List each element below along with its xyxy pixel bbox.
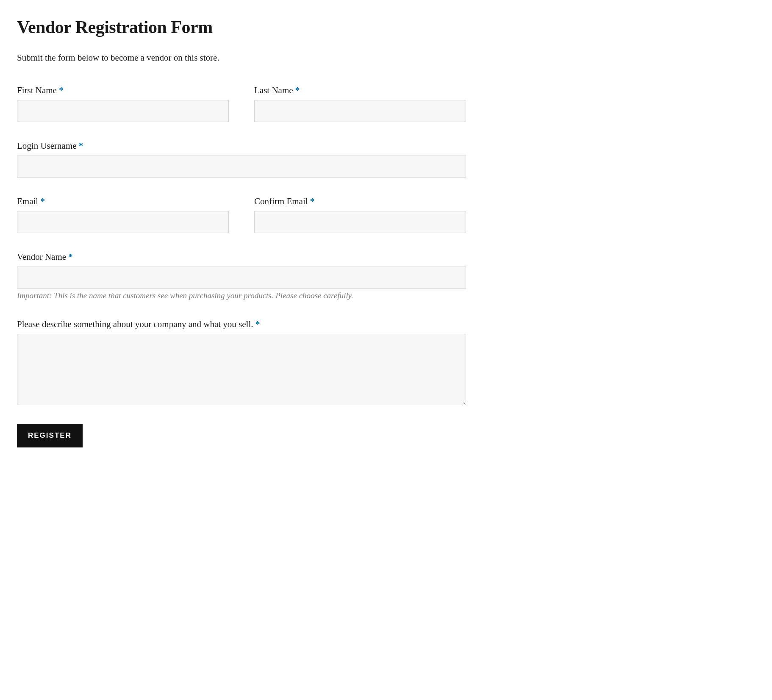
submit-row: REGISTER (17, 424, 466, 447)
label-confirm-email-text: Confirm Email (254, 196, 310, 206)
intro-text: Submit the form below to become a vendor… (17, 53, 466, 63)
label-first-name-text: First Name (17, 85, 59, 95)
vendor-name-helper: Important: This is the name that custome… (17, 291, 466, 300)
row-email: Email * Confirm Email * (17, 196, 466, 233)
label-description: Please describe something about your com… (17, 319, 466, 330)
label-first-name: First Name * (17, 85, 229, 96)
group-login-username: Login Username * (17, 141, 466, 178)
group-confirm-email: Confirm Email * (254, 196, 466, 233)
label-last-name: Last Name * (254, 85, 466, 96)
form-container: Vendor Registration Form Submit the form… (17, 17, 466, 447)
page-title: Vendor Registration Form (17, 17, 466, 37)
confirm-email-input[interactable] (254, 211, 466, 233)
required-mark: * (255, 319, 260, 329)
register-button[interactable]: REGISTER (17, 424, 83, 447)
required-mark: * (40, 196, 45, 206)
required-mark: * (310, 196, 315, 206)
label-login-username-text: Login Username (17, 141, 79, 151)
label-description-text: Please describe something about your com… (17, 319, 255, 329)
last-name-input[interactable] (254, 100, 466, 122)
label-vendor-name: Vendor Name * (17, 252, 466, 262)
group-description: Please describe something about your com… (17, 319, 466, 405)
label-confirm-email: Confirm Email * (254, 196, 466, 207)
label-email: Email * (17, 196, 229, 207)
label-vendor-name-text: Vendor Name (17, 252, 68, 262)
group-last-name: Last Name * (254, 85, 466, 122)
row-description: Please describe something about your com… (17, 319, 466, 405)
first-name-input[interactable] (17, 100, 229, 122)
group-first-name: First Name * (17, 85, 229, 122)
login-username-input[interactable] (17, 156, 466, 178)
required-mark: * (79, 141, 83, 151)
vendor-name-input[interactable] (17, 267, 466, 289)
group-email: Email * (17, 196, 229, 233)
row-vendor-name: Vendor Name * Important: This is the nam… (17, 252, 466, 300)
group-vendor-name: Vendor Name * Important: This is the nam… (17, 252, 466, 300)
description-textarea[interactable] (17, 334, 466, 405)
email-input[interactable] (17, 211, 229, 233)
row-name: First Name * Last Name * (17, 85, 466, 122)
label-login-username: Login Username * (17, 141, 466, 151)
required-mark: * (68, 252, 73, 262)
label-email-text: Email (17, 196, 40, 206)
required-mark: * (295, 85, 300, 95)
row-username: Login Username * (17, 141, 466, 178)
label-last-name-text: Last Name (254, 85, 295, 95)
required-mark: * (59, 85, 64, 95)
